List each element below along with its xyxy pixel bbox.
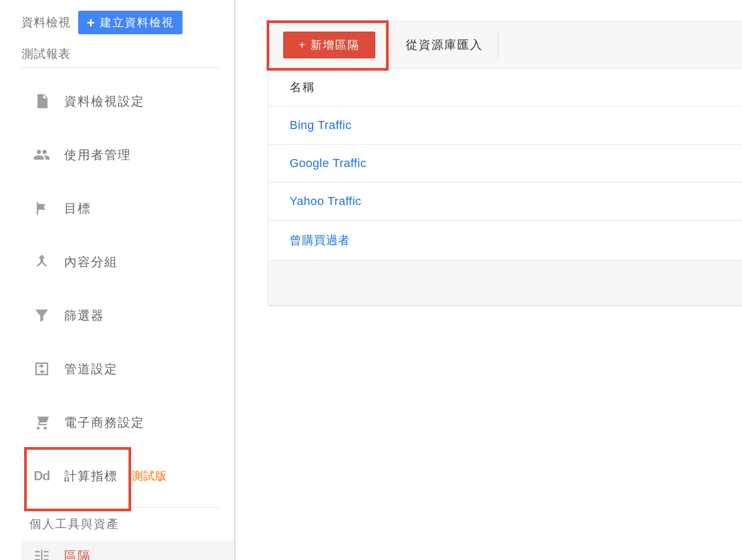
divider [21,67,219,68]
table-footer [268,261,742,306]
nav-label: 篩選器 [64,307,104,324]
nav-label: 內容分組 [64,254,118,270]
table-row: Bing Traffic [268,107,742,145]
main-content: + 新增區隔 從資源庫匯入 名稱 Bing Traffic Google Tra… [236,0,742,560]
nav-item-user-management[interactable]: 使用者管理 [21,138,234,172]
merge-icon [32,252,51,271]
nav-label: 電子商務設定 [64,414,145,431]
nav-item-view-settings[interactable]: 資料檢視設定 [21,84,234,118]
svg-rect-0 [35,551,40,553]
create-view-label: 建立資料檢視 [100,15,174,30]
import-label: 從資源庫匯入 [406,37,483,53]
svg-rect-1 [35,555,40,557]
segment-link[interactable]: Bing Traffic [290,118,352,132]
nav-item-calculated-metrics[interactable]: Dd 計算指標 測試版 [21,459,234,493]
segment-link[interactable]: Yahoo Traffic [290,194,361,208]
import-from-gallery-button[interactable]: 從資源庫匯入 [391,22,498,68]
section-title: 個人工具與資產 [21,508,234,541]
segments-table: 名稱 Bing Traffic Google Traffic Yahoo Tra… [268,69,742,306]
beta-badge: 測試版 [132,468,167,483]
nav-item-ecommerce-settings[interactable]: 電子商務設定 [21,405,234,440]
nav-label: 目標 [64,200,91,217]
svg-rect-4 [44,551,49,553]
swap-icon [32,359,51,379]
table-row: Google Traffic [268,145,742,183]
plus-icon: + [87,16,96,29]
toolbar-separator [498,32,498,58]
add-segment-button[interactable]: + 新增區隔 [283,32,375,58]
add-segment-label: + 新增區隔 [299,37,360,52]
sidebar-subtitle: 測試報表 [21,46,234,62]
segments-icon [32,546,51,560]
svg-rect-5 [44,555,49,557]
nav-item-filters[interactable]: 篩選器 [21,298,234,332]
toolbar: + 新增區隔 從資源庫匯入 [268,21,742,69]
nav-label: 使用者管理 [64,147,131,163]
sidebar: 資料檢視 + 建立資料檢視 測試報表 資料檢視設定 使用者管理 [0,0,236,560]
view-label: 資料檢視 [21,14,71,31]
funnel-icon [32,306,51,325]
nav-list: 資料檢視設定 使用者管理 目標 內容分組 [21,84,234,493]
nav-label: 資料檢視設定 [64,93,145,110]
nav-item-channel-settings[interactable]: 管道設定 [21,352,234,386]
sidebar-header: 資料檢視 + 建立資料檢視 [21,11,234,34]
people-icon [32,145,51,164]
nav-label: 管道設定 [64,361,118,377]
cart-icon [32,413,51,432]
table-row: Yahoo Traffic [268,183,742,221]
svg-rect-3 [41,550,43,560]
segment-link[interactable]: Google Traffic [290,156,367,170]
dd-icon: Dd [32,466,51,486]
nav-item-goals[interactable]: 目標 [21,191,234,225]
file-icon [32,92,51,111]
segments-label: 區隔 [64,548,91,561]
table-header-name: 名稱 [268,69,742,107]
nav-label: 計算指標 [64,468,118,485]
nav-item-segments[interactable]: 區隔 [21,541,233,560]
table-row: 曾購買過者 [268,221,742,261]
flag-icon [32,199,51,218]
nav-item-content-grouping[interactable]: 內容分組 [21,245,234,279]
segment-link[interactable]: 曾購買過者 [290,233,350,247]
create-view-button[interactable]: + 建立資料檢視 [78,11,183,34]
